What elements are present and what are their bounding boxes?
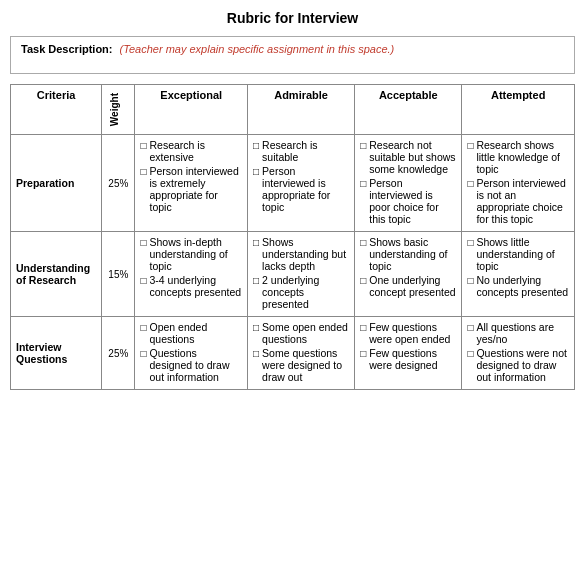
list-item: Few questions were open ended: [360, 321, 456, 345]
weight-cell-0: 25%: [102, 135, 135, 232]
list-item: 2 underlying concepts presented: [253, 274, 349, 310]
header-exceptional: Exceptional: [135, 85, 248, 135]
task-value: (Teacher may explain specific assignment…: [120, 43, 395, 55]
header-admirable: Admirable: [248, 85, 355, 135]
header-criteria: Criteria: [11, 85, 102, 135]
list-item: Some open ended questions: [253, 321, 349, 345]
header-weight: Weight: [102, 85, 135, 135]
list-item: Questions were not designed to draw out …: [467, 347, 569, 383]
list-item: Person interviewed is appropriate for to…: [253, 165, 349, 213]
rubric-table: Criteria Weight Exceptional Admirable Ac…: [10, 84, 575, 390]
weight-cell-2: 25%: [102, 317, 135, 390]
list-item: Person interviewed is poor choice for th…: [360, 177, 456, 225]
criteria-cell-0: Preparation: [11, 135, 102, 232]
admirable-cell-2: Some open ended questionsSome questions …: [248, 317, 355, 390]
list-item: Person interviewed is extremely appropri…: [140, 165, 242, 213]
acceptable-cell-0: Research not suitable but shows some kno…: [355, 135, 462, 232]
list-item: Research is extensive: [140, 139, 242, 163]
task-description-box: Task Description: (Teacher may explain s…: [10, 36, 575, 74]
acceptable-cell-1: Shows basic understanding of topicOne un…: [355, 232, 462, 317]
attempted-cell-0: Research shows little knowledge of topic…: [462, 135, 575, 232]
list-item: Person interviewed is not an appropriate…: [467, 177, 569, 225]
list-item: Shows basic understanding of topic: [360, 236, 456, 272]
list-item: Research is suitable: [253, 139, 349, 163]
criteria-cell-2: Interview Questions: [11, 317, 102, 390]
list-item: Few questions were designed: [360, 347, 456, 371]
list-item: 3-4 underlying concepts presented: [140, 274, 242, 298]
admirable-cell-1: Shows understanding but lacks depth2 und…: [248, 232, 355, 317]
list-item: Research shows little knowledge of topic: [467, 139, 569, 175]
list-item: Questions designed to draw out informati…: [140, 347, 242, 383]
list-item: Shows in-depth understanding of topic: [140, 236, 242, 272]
list-item: Shows understanding but lacks depth: [253, 236, 349, 272]
task-label: Task Description:: [21, 43, 113, 55]
list-item: Open ended questions: [140, 321, 242, 345]
attempted-cell-2: All questions are yes/noQuestions were n…: [462, 317, 575, 390]
list-item: One underlying concept presented: [360, 274, 456, 298]
exceptional-cell-2: Open ended questionsQuestions designed t…: [135, 317, 248, 390]
page-title: Rubric for Interview: [10, 10, 575, 26]
list-item: Research not suitable but shows some kno…: [360, 139, 456, 175]
list-item: Some questions were designed to draw out: [253, 347, 349, 383]
list-item: All questions are yes/no: [467, 321, 569, 345]
header-acceptable: Acceptable: [355, 85, 462, 135]
acceptable-cell-2: Few questions were open endedFew questio…: [355, 317, 462, 390]
list-item: No underlying concepts presented: [467, 274, 569, 298]
admirable-cell-0: Research is suitablePerson interviewed i…: [248, 135, 355, 232]
exceptional-cell-0: Research is extensivePerson interviewed …: [135, 135, 248, 232]
header-attempted: Attempted: [462, 85, 575, 135]
criteria-cell-1: Understanding of Research: [11, 232, 102, 317]
attempted-cell-1: Shows little understanding of topicNo un…: [462, 232, 575, 317]
list-item: Shows little understanding of topic: [467, 236, 569, 272]
exceptional-cell-1: Shows in-depth understanding of topic3-4…: [135, 232, 248, 317]
weight-cell-1: 15%: [102, 232, 135, 317]
